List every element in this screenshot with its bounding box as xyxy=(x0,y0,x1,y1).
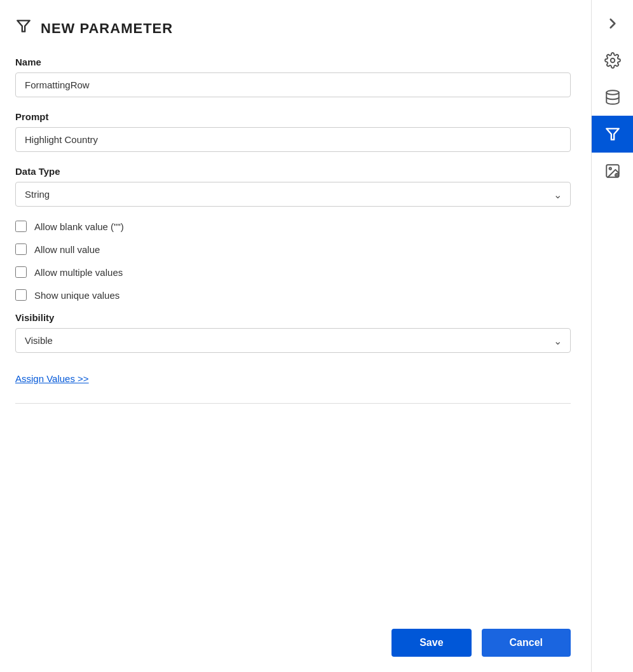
prompt-input[interactable] xyxy=(15,127,571,152)
cancel-button[interactable]: Cancel xyxy=(482,629,571,657)
sidebar-database-icon[interactable] xyxy=(592,79,633,116)
allow-null-text: Allow null value xyxy=(34,244,100,255)
name-input[interactable] xyxy=(15,72,571,97)
allow-null-checkbox[interactable] xyxy=(15,243,27,255)
sidebar-settings-image-icon[interactable] xyxy=(592,153,633,189)
show-unique-label[interactable]: Show unique values xyxy=(15,289,571,301)
main-panel: NEW PARAMETER Name Prompt Data Type Stri… xyxy=(0,0,591,672)
svg-point-1 xyxy=(610,58,615,63)
right-sidebar xyxy=(591,0,633,672)
data-type-select[interactable]: String Integer Float Boolean Date xyxy=(15,182,571,207)
name-group: Name xyxy=(15,57,571,97)
allow-null-group: Allow null value xyxy=(15,243,571,255)
visibility-label: Visibility xyxy=(15,312,571,323)
data-type-label: Data Type xyxy=(15,166,571,177)
footer-divider xyxy=(15,403,571,404)
show-unique-text: Show unique values xyxy=(34,290,119,301)
prompt-group: Prompt xyxy=(15,111,571,152)
allow-multiple-label[interactable]: Allow multiple values xyxy=(15,266,571,278)
allow-multiple-text: Allow multiple values xyxy=(34,267,123,278)
prompt-label: Prompt xyxy=(15,111,571,122)
app-container: NEW PARAMETER Name Prompt Data Type Stri… xyxy=(0,0,633,672)
allow-null-label[interactable]: Allow null value xyxy=(15,243,571,255)
svg-marker-0 xyxy=(17,20,30,31)
footer-buttons: Save Cancel xyxy=(15,616,571,657)
show-unique-group: Show unique values xyxy=(15,289,571,301)
svg-point-2 xyxy=(606,90,619,95)
sidebar-chevron-right[interactable] xyxy=(592,5,633,42)
save-button[interactable]: Save xyxy=(391,629,471,657)
sidebar-gear-icon[interactable] xyxy=(592,42,633,79)
data-type-select-wrapper: String Integer Float Boolean Date ⌄ xyxy=(15,182,571,207)
visibility-group: Visibility Visible Hidden ⌄ xyxy=(15,312,571,353)
data-type-group: Data Type String Integer Float Boolean D… xyxy=(15,166,571,207)
visibility-select-wrapper: Visible Hidden ⌄ xyxy=(15,328,571,353)
filter-icon xyxy=(15,18,32,39)
assign-values-link[interactable]: Assign Values >> xyxy=(15,373,571,384)
visibility-select[interactable]: Visible Hidden xyxy=(15,328,571,353)
allow-blank-text: Allow blank value ("") xyxy=(34,221,124,232)
show-unique-checkbox[interactable] xyxy=(15,289,27,301)
panel-title: NEW PARAMETER xyxy=(41,20,173,37)
allow-blank-group: Allow blank value ("") xyxy=(15,221,571,232)
allow-multiple-checkbox[interactable] xyxy=(15,266,27,278)
svg-point-5 xyxy=(609,168,611,170)
sidebar-filter-icon[interactable] xyxy=(592,116,633,153)
allow-blank-checkbox[interactable] xyxy=(15,221,27,232)
name-label: Name xyxy=(15,57,571,67)
panel-header: NEW PARAMETER xyxy=(15,18,571,39)
allow-multiple-group: Allow multiple values xyxy=(15,266,571,278)
svg-marker-3 xyxy=(606,128,619,139)
allow-blank-label[interactable]: Allow blank value ("") xyxy=(15,221,571,232)
